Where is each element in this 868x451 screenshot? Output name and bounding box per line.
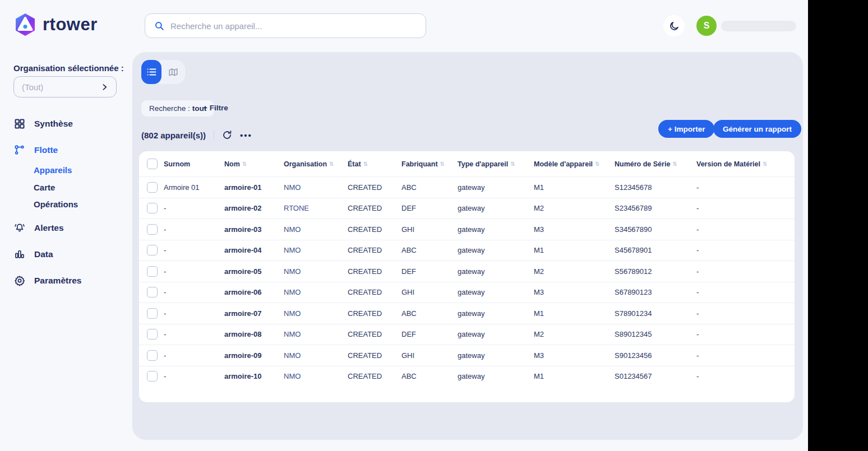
sidebar-item-label: Paramètres [34, 276, 81, 286]
generate-report-button[interactable]: Générer un rapport [713, 120, 801, 138]
sidebar-subitem-carte[interactable]: Carte [34, 183, 55, 192]
table-row[interactable]: -armoire-02RTONECREATEDDEFgatewayM2S2345… [139, 198, 795, 219]
user-avatar[interactable]: S [696, 16, 717, 36]
column-header[interactable]: Numéro de Série⇅ [615, 160, 696, 168]
refresh-icon[interactable] [222, 130, 232, 140]
cell-serie: S12345678 [615, 183, 696, 192]
row-checkbox[interactable] [147, 203, 158, 213]
cell-version: - [696, 372, 795, 380]
sidebar-subitem-label: Opérations [34, 199, 78, 209]
sidebar-subitem-appareils[interactable]: Appareils [34, 165, 72, 175]
table-row[interactable]: -armoire-05NMOCREATEDDEFgatewayM2S567890… [139, 261, 795, 282]
cell-nom: armoire-04 [224, 246, 284, 254]
sort-icon[interactable]: ⇅ [510, 161, 515, 167]
cell-modele: M1 [534, 372, 615, 380]
sidebar-item-alertes[interactable]: Alertes [13, 222, 64, 234]
cell-organisation: NMO [284, 288, 348, 296]
cell-type: gateway [458, 183, 534, 192]
table-row[interactable]: -armoire-08NMOCREATEDDEFgatewayM2S890123… [139, 324, 795, 345]
column-header[interactable]: Type d'appareil⇅ [458, 160, 534, 168]
column-header[interactable]: Organisation⇅ [284, 160, 348, 168]
sidebar-item-flotte[interactable]: Flotte [13, 145, 58, 156]
table-body: Armoire 01armoire-01NMOCREATEDABCgateway… [139, 176, 795, 387]
sort-icon[interactable]: ⇅ [672, 161, 677, 167]
import-button[interactable]: + Importer [658, 120, 714, 138]
moon-icon [669, 21, 680, 31]
row-checkbox[interactable] [147, 371, 158, 382]
device-search-input[interactable]: Recherche un appareil... [145, 13, 426, 38]
sort-icon[interactable]: ⇅ [242, 161, 247, 167]
cell-fabriquant: GHI [401, 288, 458, 296]
organisation-select[interactable]: (Tout) [13, 76, 117, 97]
sort-icon[interactable]: ⇅ [595, 161, 599, 167]
list-view-button[interactable] [141, 60, 161, 84]
cell-modele: M3 [534, 288, 615, 296]
cell-version: - [696, 309, 795, 318]
column-header[interactable]: Fabriquant⇅ [401, 160, 458, 168]
column-header[interactable]: État⇅ [348, 160, 401, 168]
cell-organisation: NMO [284, 246, 348, 254]
gear-icon [13, 275, 26, 286]
table-row[interactable]: -armoire-07NMOCREATEDABCgatewayM1S789012… [139, 303, 795, 324]
cell-nom: armoire-03 [224, 225, 284, 234]
table-row[interactable]: -armoire-03NMOCREATEDGHIgatewayM3S345678… [139, 218, 795, 240]
cell-surnom: - [164, 351, 224, 360]
dark-mode-toggle-button[interactable] [663, 15, 685, 36]
cell-modele: M1 [534, 183, 615, 192]
map-icon [168, 67, 178, 77]
sidebar-item-parametres[interactable]: Paramètres [13, 275, 81, 286]
cell-etat: CREATED [348, 246, 401, 254]
row-checkbox[interactable] [147, 224, 158, 235]
table-row[interactable]: -armoire-06NMOCREATEDGHIgatewayM3S678901… [139, 282, 795, 303]
row-checkbox[interactable] [147, 287, 158, 297]
more-options-icon[interactable]: ••• [240, 131, 252, 140]
column-header[interactable]: Nom⇅ [224, 160, 284, 168]
cell-surnom: - [164, 288, 224, 296]
table-row[interactable]: -armoire-04NMOCREATEDABCgatewayM1S456789… [139, 240, 795, 261]
cell-serie: S23456789 [615, 204, 696, 212]
organisation-label: Organisation sélectionnée : [13, 63, 124, 73]
sort-icon[interactable]: ⇅ [329, 161, 334, 167]
row-checkbox[interactable] [147, 182, 158, 193]
cell-fabriquant: GHI [401, 351, 458, 360]
cell-organisation: NMO [284, 351, 348, 360]
column-header-label: Organisation [284, 160, 327, 168]
cell-fabriquant: DEF [401, 267, 458, 276]
table-row[interactable]: -armoire-10NMOCREATEDABCgatewayM1S012345… [139, 366, 795, 387]
sidebar-subitem-operations[interactable]: Opérations [34, 199, 78, 209]
column-header[interactable]: Modèle d'appareil⇅ [534, 160, 615, 168]
add-filter-button[interactable]: + Filtre [203, 104, 228, 112]
app-window: rtower Recherche un appareil... S Organi… [0, 0, 808, 451]
table-row[interactable]: Armoire 01armoire-01NMOCREATEDABCgateway… [139, 176, 795, 198]
sidebar-item-label: Flotte [34, 145, 58, 155]
sort-icon[interactable]: ⇅ [440, 161, 445, 167]
cell-nom: armoire-01 [224, 183, 284, 192]
cell-etat: CREATED [348, 204, 401, 212]
cell-surnom: - [164, 309, 224, 318]
row-checkbox[interactable] [147, 329, 158, 340]
cell-organisation: NMO [284, 267, 348, 276]
dashboard-icon [13, 118, 26, 129]
sort-icon[interactable]: ⇅ [363, 161, 368, 167]
sidebar-item-data[interactable]: Data [13, 249, 53, 260]
cell-fabriquant: ABC [401, 309, 458, 318]
cell-fabriquant: ABC [401, 372, 458, 380]
sort-icon[interactable]: ⇅ [763, 161, 767, 167]
sidebar-subitem-label: Carte [34, 183, 55, 192]
table-header-row: SurnomNom⇅Organisation⇅État⇅Fabriquant⇅T… [139, 151, 795, 176]
row-checkbox[interactable] [147, 308, 158, 319]
sidebar-item-synthese[interactable]: Synthèse [13, 118, 73, 129]
chevron-right-icon [101, 83, 108, 91]
cell-version: - [696, 267, 795, 276]
cell-organisation: NMO [284, 225, 348, 234]
table-row[interactable]: -armoire-09NMOCREATEDGHIgatewayM3S901234… [139, 345, 795, 366]
row-checkbox[interactable] [147, 350, 158, 361]
map-view-button[interactable] [161, 60, 185, 84]
devices-table: SurnomNom⇅Organisation⇅État⇅Fabriquant⇅T… [139, 151, 795, 402]
column-header[interactable]: Version de Matériel⇅ [696, 160, 795, 168]
row-checkbox[interactable] [147, 245, 158, 255]
row-checkbox[interactable] [147, 266, 158, 277]
select-all-checkbox[interactable] [147, 159, 158, 169]
cell-nom: armoire-06 [224, 288, 284, 296]
search-placeholder: Recherche un appareil... [170, 21, 262, 31]
